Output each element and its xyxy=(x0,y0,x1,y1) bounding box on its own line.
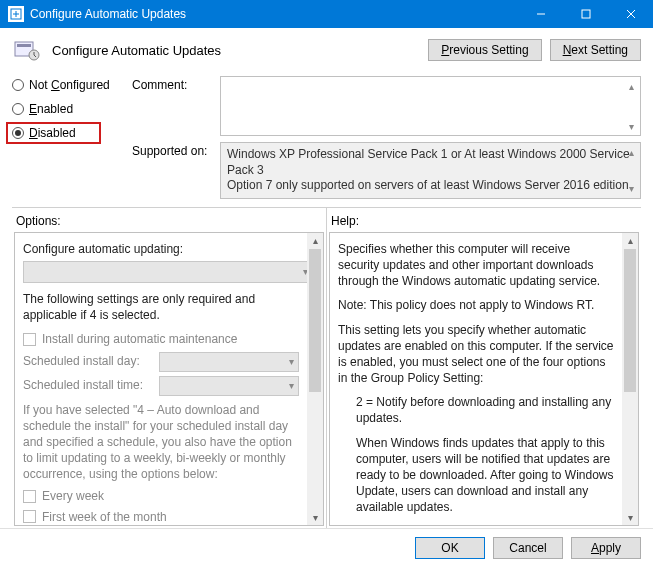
scroll-down-icon[interactable]: ▾ xyxy=(307,509,323,525)
previous-setting-button[interactable]: Previous Setting xyxy=(428,39,541,61)
maximize-button[interactable] xyxy=(563,0,608,28)
state-radio-group: Not Configured Enabled Disabled xyxy=(12,76,122,199)
minimize-button[interactable] xyxy=(518,0,563,28)
panels: Options: Configure automatic updating: T… xyxy=(12,207,641,528)
policy-icon xyxy=(12,38,44,62)
cancel-button[interactable]: Cancel xyxy=(493,537,563,559)
supported-on-box: Windows XP Professional Service Pack 1 o… xyxy=(220,142,641,199)
svg-rect-3 xyxy=(17,44,31,47)
options-note: The following settings are only required… xyxy=(23,291,299,323)
configure-updating-dropdown[interactable] xyxy=(23,261,307,283)
options-long-note: If you have selected "4 – Auto download … xyxy=(23,402,299,483)
window-title: Configure Automatic Updates xyxy=(30,7,518,21)
help-panel: Help: Specifies whether this computer wi… xyxy=(326,208,641,528)
scroll-up-icon[interactable]: ▴ xyxy=(624,79,638,93)
scroll-up-icon[interactable]: ▴ xyxy=(624,145,638,159)
dialog-footer: OK Cancel Apply xyxy=(0,528,653,567)
svg-rect-1 xyxy=(582,10,590,18)
first-week-checkbox[interactable]: First week of the month xyxy=(23,509,299,525)
scheduled-day-label: Scheduled install day: xyxy=(23,353,153,369)
comment-textbox[interactable]: ▴ ▾ xyxy=(220,76,641,136)
title-bar: Configure Automatic Updates xyxy=(0,0,653,28)
scheduled-time-label: Scheduled install time: xyxy=(23,377,153,393)
supported-line-1: Windows XP Professional Service Pack 1 o… xyxy=(227,147,634,178)
comment-label: Comment: xyxy=(132,76,212,92)
help-heading: Help: xyxy=(327,208,641,232)
scrollbar-thumb[interactable] xyxy=(309,249,321,392)
help-text: Specifies whether this computer will rec… xyxy=(330,233,622,525)
scrollbar-thumb[interactable] xyxy=(624,249,636,392)
next-setting-button[interactable]: Next Setting xyxy=(550,39,641,61)
close-button[interactable] xyxy=(608,0,653,28)
help-scrollbar[interactable]: ▴ ▾ xyxy=(622,233,638,525)
scheduled-time-dropdown[interactable] xyxy=(159,376,299,396)
scroll-up-icon[interactable]: ▴ xyxy=(622,233,638,249)
apply-button[interactable]: Apply xyxy=(571,537,641,559)
options-panel: Options: Configure automatic updating: T… xyxy=(12,208,326,528)
header-row: Configure Automatic Updates Previous Set… xyxy=(0,28,653,72)
scroll-down-icon[interactable]: ▾ xyxy=(624,119,638,133)
radio-disabled[interactable]: Disabled xyxy=(12,126,122,140)
install-during-maintenance-checkbox[interactable]: Install during automatic maintenance xyxy=(23,331,299,347)
supported-on-label: Supported on: xyxy=(132,142,212,158)
app-icon xyxy=(8,6,24,22)
options-heading: Options: xyxy=(12,208,326,232)
radio-enabled[interactable]: Enabled xyxy=(12,102,122,116)
page-title: Configure Automatic Updates xyxy=(52,43,428,58)
config-area: Not Configured Enabled Disabled Comment:… xyxy=(0,72,653,207)
supported-line-2: Option 7 only supported on servers of at… xyxy=(227,178,634,194)
every-week-checkbox[interactable]: Every week xyxy=(23,488,299,504)
scroll-up-icon[interactable]: ▴ xyxy=(307,233,323,249)
configure-updating-label: Configure automatic updating: xyxy=(23,241,299,257)
scroll-down-icon[interactable]: ▾ xyxy=(622,509,638,525)
options-scrollbar[interactable]: ▴ ▾ xyxy=(307,233,323,525)
scheduled-day-dropdown[interactable] xyxy=(159,352,299,372)
radio-not-configured[interactable]: Not Configured xyxy=(12,78,122,92)
scroll-down-icon[interactable]: ▾ xyxy=(624,182,638,196)
ok-button[interactable]: OK xyxy=(415,537,485,559)
